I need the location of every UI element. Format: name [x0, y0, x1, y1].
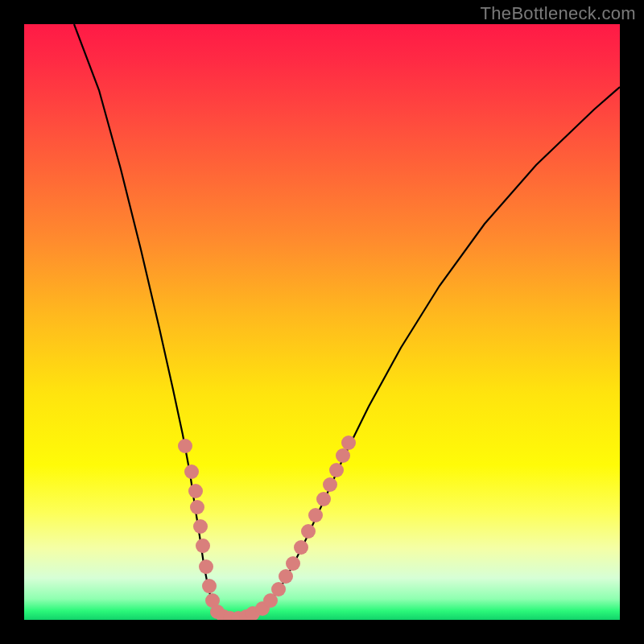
data-points-group	[178, 436, 356, 620]
data-point	[196, 539, 210, 553]
data-point	[202, 579, 217, 593]
data-point	[279, 569, 293, 584]
data-point	[323, 477, 337, 492]
data-point	[308, 508, 323, 522]
data-point	[286, 556, 300, 571]
data-point	[316, 492, 331, 506]
data-point	[341, 436, 356, 450]
data-point	[336, 448, 350, 463]
data-point	[178, 439, 192, 453]
data-point	[199, 559, 213, 574]
data-point	[184, 464, 199, 479]
data-point	[271, 582, 286, 597]
data-point	[329, 463, 344, 477]
data-point	[301, 524, 316, 539]
data-point	[193, 519, 208, 534]
bottleneck-curve	[74, 24, 620, 618]
data-point	[294, 540, 308, 555]
data-point	[188, 484, 203, 498]
watermark-text: TheBottleneck.com	[481, 3, 636, 24]
data-point	[190, 500, 204, 514]
plot-area	[24, 24, 620, 620]
curve-svg	[24, 24, 620, 620]
chart-frame: TheBottleneck.com	[0, 0, 644, 644]
